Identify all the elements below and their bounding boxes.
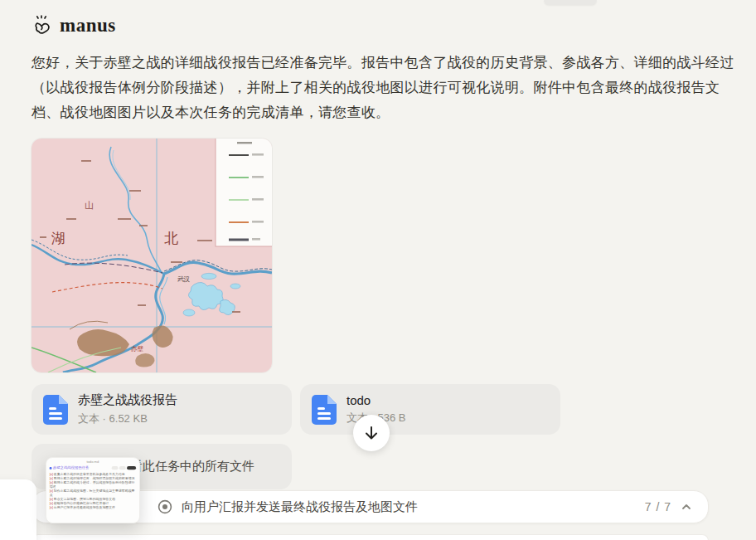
battle-map-image[interactable]: 湖 北 山 武汉 赤壁: [32, 139, 272, 372]
manus-hand-icon: [32, 15, 53, 36]
map-label-bei: 北: [164, 231, 178, 246]
map-label-hu: 湖: [51, 231, 65, 246]
preview-heading: 赤壁之战战役报告任务: [53, 465, 90, 470]
attachment-card-todo[interactable]: todo 文本 · 536 B: [300, 384, 560, 435]
preview-filename: todo.md: [46, 458, 139, 465]
brand-logo: manus: [32, 15, 116, 36]
document-icon: [43, 395, 68, 425]
brand-name: manus: [60, 15, 116, 36]
filter-pill: [119, 466, 126, 469]
filter-pill: [112, 466, 119, 469]
map-canvas: 湖 北 山 武汉 赤壁: [32, 139, 272, 372]
attachment-card-report[interactable]: 赤壁之战战役报告 文本 · 6.52 KB: [32, 384, 292, 435]
assistant-message: 您好，关于赤壁之战的详细战役报告已经准备完毕。报告中包含了战役的历史背景、参战各…: [32, 51, 746, 125]
scrolled-bubble-edge: [544, 0, 597, 5]
bullet-icon: [50, 467, 52, 469]
task-label: 向用户汇报并发送最终战役报告及地图文件: [182, 499, 418, 515]
task-progress-count: 7 / 7: [645, 500, 671, 513]
todo-checklist: [x]收集赤壁之战的历史背景资料与参战各方兵力信息 [x]整理赤壁之战的地理位置…: [46, 472, 139, 510]
file-title: 赤壁之战战役报告: [78, 392, 177, 408]
map-label-chibi: 赤壁: [130, 345, 144, 353]
todo-item: [x]制作赤壁之战战役地图，标注关键地点与主要进军路线要点: [50, 489, 136, 497]
todo-item: [x]梳理赤壁之战的战斗经过，并以战役报告体例分阶段进行描述: [50, 480, 136, 489]
document-icon: [312, 395, 337, 425]
map-label-wuhan: 武汉: [177, 275, 191, 283]
chevron-up-icon[interactable]: [680, 500, 693, 513]
todo-file-preview-popup[interactable]: todo.md 赤壁之战战役报告任务 [x]收集赤壁之战的历史背景资料与参战各方…: [46, 457, 140, 523]
scroll-to-bottom-button[interactable]: [353, 415, 390, 451]
todo-item: [x]向用户汇报并发送最终战役报告及地图文件: [50, 506, 136, 510]
arrow-down-icon: [363, 425, 380, 441]
file-title: todo: [346, 393, 406, 407]
chat-input-edge[interactable]: [32, 534, 709, 540]
filter-pill-active: [127, 466, 136, 469]
map-label-shan: 山: [85, 200, 94, 210]
target-icon: [157, 499, 173, 515]
file-meta: 文本 · 6.52 KB: [78, 411, 177, 426]
stacked-preview-card: [0, 479, 36, 540]
